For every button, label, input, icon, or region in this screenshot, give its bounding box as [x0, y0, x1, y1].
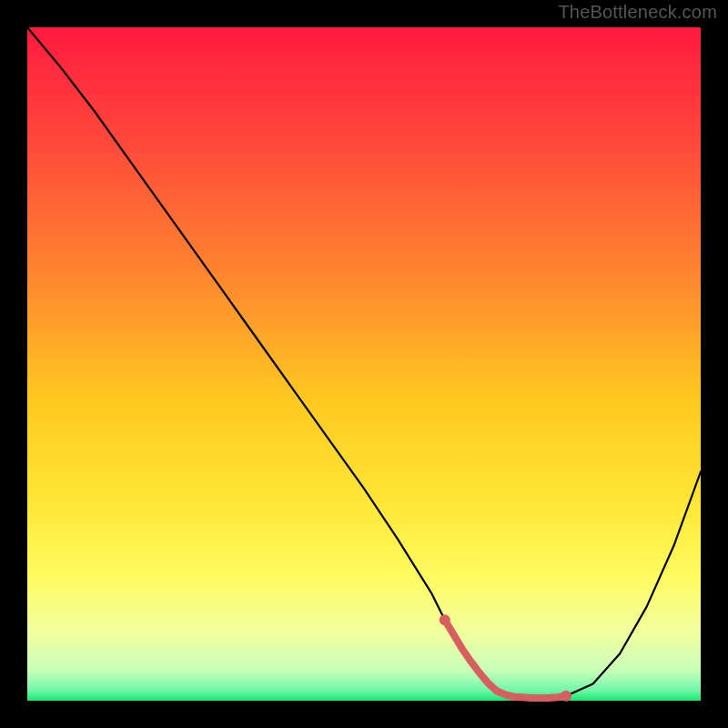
optimal-region-end-dot — [561, 691, 571, 702]
watermark-text: TheBottleneck.com — [558, 2, 717, 23]
bottleneck-curve-chart — [0, 0, 728, 728]
optimal-region-start-dot — [440, 614, 450, 625]
plot-background — [27, 27, 701, 701]
chart-container: TheBottleneck.com — [0, 0, 728, 728]
